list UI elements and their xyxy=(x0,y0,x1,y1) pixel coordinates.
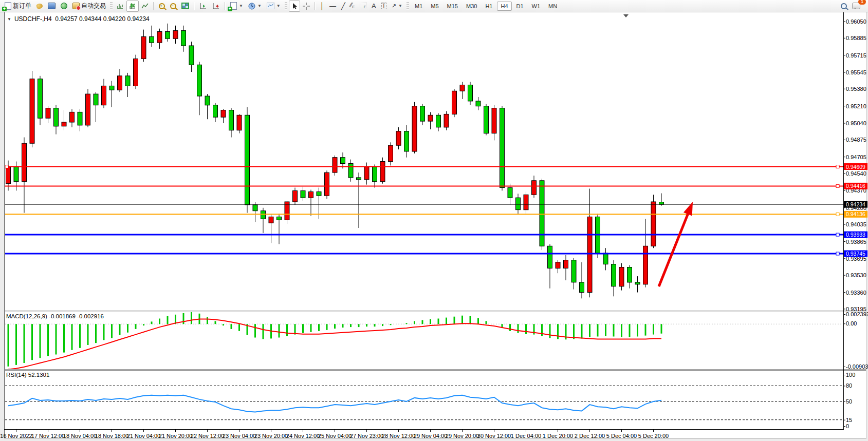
mql5-community-button[interactable] xyxy=(34,1,45,12)
svg-text:0.95040: 0.95040 xyxy=(846,120,866,126)
toolbar-separator xyxy=(225,2,226,10)
toolbar-grip xyxy=(285,2,287,10)
toolbar-separator xyxy=(194,2,195,10)
svg-text:25 Nov 04:00: 25 Nov 04:00 xyxy=(318,433,352,439)
timeframe-MN[interactable]: MN xyxy=(545,2,561,11)
svg-text:0.95210: 0.95210 xyxy=(846,103,866,109)
grid-button[interactable]: F xyxy=(357,1,369,12)
auto-trading-label: 自动交易 xyxy=(81,2,106,10)
candlestick-icon xyxy=(129,3,136,10)
label-button[interactable]: T xyxy=(379,1,389,12)
dropdown-arrow-icon: ▼ xyxy=(257,4,262,8)
chat-button[interactable]: 1 xyxy=(849,1,863,12)
bar-chart-icon xyxy=(117,3,124,10)
svg-text:30 Nov 12:00: 30 Nov 12:00 xyxy=(477,433,511,439)
dropdown-arrow-icon: ▼ xyxy=(276,4,281,8)
svg-text:100: 100 xyxy=(846,372,855,378)
timeframe-M30[interactable]: M30 xyxy=(463,2,481,11)
toolbar-separator xyxy=(315,2,316,10)
horizontal-line-icon: — xyxy=(329,3,336,9)
chart-title: ▼USDCHF-,H4 0.94257 0.94344 0.94220 0.94… xyxy=(7,15,150,23)
text-button[interactable]: A xyxy=(369,1,379,12)
svg-text:16 Nov 2022: 16 Nov 2022 xyxy=(0,433,32,439)
template-icon xyxy=(267,3,274,9)
line-chart-button[interactable] xyxy=(139,1,151,12)
svg-text:0.94705: 0.94705 xyxy=(846,154,866,160)
timeframe-M15[interactable]: M15 xyxy=(444,2,461,11)
svg-text:0.95380: 0.95380 xyxy=(846,86,866,92)
svg-text:0.94609: 0.94609 xyxy=(846,164,865,170)
svg-text:28 Nov 12:00: 28 Nov 12:00 xyxy=(382,433,415,439)
svg-text:29 Nov 20:00: 29 Nov 20:00 xyxy=(446,433,479,439)
tile-windows-button[interactable] xyxy=(179,1,192,12)
label-icon: T xyxy=(381,3,386,9)
timeframe-D1[interactable]: D1 xyxy=(513,2,527,11)
svg-text:0.94234: 0.94234 xyxy=(846,201,865,207)
timeframe-H4[interactable]: H4 xyxy=(497,2,511,11)
templates-button[interactable]: ▼ xyxy=(264,1,283,12)
svg-text:22 Nov 12:00: 22 Nov 12:00 xyxy=(191,433,224,439)
svg-text:80: 80 xyxy=(846,382,852,389)
arrows-icon: ↗ xyxy=(392,3,396,9)
svg-text:0.95715: 0.95715 xyxy=(846,52,866,59)
new-order-button[interactable]: + 新订单 xyxy=(2,1,34,12)
signals-button[interactable] xyxy=(58,1,70,12)
price-chart-canvas[interactable]: 0.960500.958850.957150.955450.953800.952… xyxy=(0,12,868,441)
signals-icon xyxy=(61,3,67,9)
svg-text:21 Nov 04:00: 21 Nov 04:00 xyxy=(127,433,160,439)
svg-text:0.93745: 0.93745 xyxy=(846,251,865,257)
fibonacci-button[interactable]: ⁄⁄E xyxy=(348,1,357,12)
bar-chart-button[interactable] xyxy=(114,1,126,12)
timeframe-H1[interactable]: H1 xyxy=(482,2,496,11)
line-chart-icon xyxy=(141,3,149,10)
dropdown-arrow-icon: ▼ xyxy=(398,4,402,8)
clock-icon xyxy=(248,3,255,10)
cursor-button[interactable] xyxy=(289,1,300,12)
candlestick-chart-button[interactable] xyxy=(126,1,139,12)
arrows-button[interactable]: ↗▼ xyxy=(389,1,405,12)
toolbar-grip xyxy=(110,2,113,10)
svg-text:27 Nov 23:00: 27 Nov 23:00 xyxy=(350,433,383,439)
toolbar-grip xyxy=(407,2,409,10)
svg-text:0.93360: 0.93360 xyxy=(846,290,866,296)
svg-text:15: 15 xyxy=(846,417,852,423)
auto-scroll-icon xyxy=(199,3,207,10)
horizontal-line-button[interactable]: — xyxy=(327,1,339,12)
zoom-in-button[interactable]: + xyxy=(156,1,168,12)
svg-text:24 Nov 12:00: 24 Nov 12:00 xyxy=(286,433,320,439)
svg-text:0.002392: 0.002392 xyxy=(846,311,868,317)
svg-text:50: 50 xyxy=(846,398,852,405)
fibonacci-icon: ⁄⁄E xyxy=(350,2,355,10)
auto-trading-icon xyxy=(72,3,80,9)
svg-text:0.94136: 0.94136 xyxy=(846,211,865,217)
trendline-button[interactable]: ╱ xyxy=(339,1,348,12)
collapse-icon[interactable]: ▼ xyxy=(7,17,11,22)
grid-icon: F xyxy=(360,3,366,9)
search-button[interactable] xyxy=(838,1,849,12)
svg-text:1 Dec 20:00: 1 Dec 20:00 xyxy=(543,433,573,439)
zoom-in-icon: + xyxy=(159,3,165,9)
timeframe-M1[interactable]: M1 xyxy=(411,2,426,11)
svg-text:5 Dec 04:00: 5 Dec 04:00 xyxy=(606,433,637,439)
notification-badge: 1 xyxy=(858,0,866,5)
timeframe-M5[interactable]: M5 xyxy=(427,2,442,11)
new-order-icon: + xyxy=(5,2,11,10)
new-order-label: 新订单 xyxy=(13,2,31,10)
chart-window: ▼USDCHF-,H4 0.94257 0.94344 0.94220 0.94… xyxy=(0,12,868,441)
virtual-hosting-button[interactable] xyxy=(45,1,58,12)
zoom-out-button[interactable]: − xyxy=(168,1,179,12)
chart-ohlc-values: 0.94257 0.94344 0.94220 0.94234 xyxy=(55,15,150,23)
hosting-icon xyxy=(48,3,56,9)
periods-button[interactable]: ▼ xyxy=(246,1,264,12)
svg-text:0.96050: 0.96050 xyxy=(846,18,866,25)
auto-trading-button[interactable]: 自动交易 xyxy=(70,1,108,12)
chart-shift-button[interactable] xyxy=(210,1,223,12)
vertical-line-button[interactable]: │ xyxy=(318,1,327,12)
svg-text:0.94416: 0.94416 xyxy=(846,183,865,189)
svg-text:21 Nov 20:00: 21 Nov 20:00 xyxy=(159,433,192,439)
auto-scroll-button[interactable] xyxy=(197,1,210,12)
svg-text:0: 0 xyxy=(846,423,849,429)
indicators-button[interactable]: +▼ xyxy=(228,1,246,12)
crosshair-button[interactable] xyxy=(300,1,312,12)
timeframe-W1[interactable]: W1 xyxy=(528,2,544,11)
